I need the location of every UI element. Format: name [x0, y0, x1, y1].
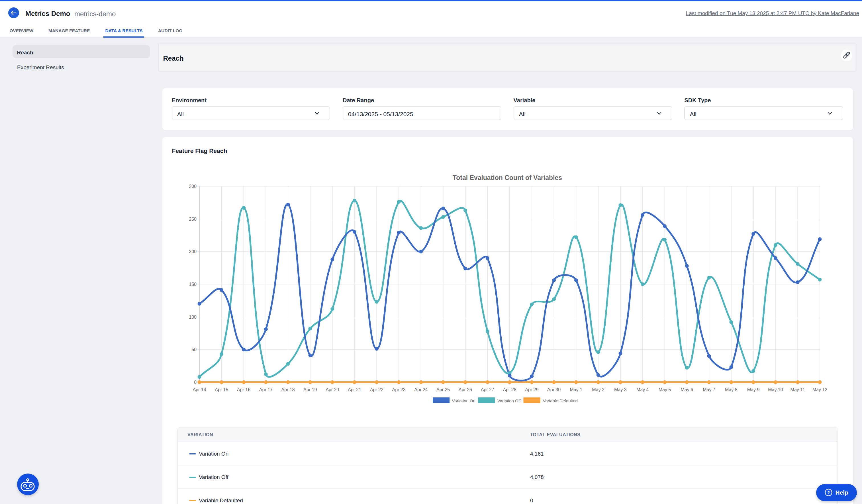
svg-text:200: 200: [189, 249, 197, 254]
svg-text:May 3: May 3: [614, 387, 627, 392]
svg-text:Apr 20: Apr 20: [326, 387, 339, 392]
svg-text:May 4: May 4: [636, 387, 649, 392]
svg-text:May 5: May 5: [658, 387, 671, 392]
svg-text:Apr 24: Apr 24: [414, 387, 428, 392]
svg-text:May 10: May 10: [768, 387, 783, 392]
svg-text:50: 50: [192, 347, 197, 352]
svg-text:May 1: May 1: [570, 387, 583, 392]
svg-text:Apr 27: Apr 27: [481, 387, 494, 392]
svg-text:150: 150: [189, 282, 197, 287]
svg-text:300: 300: [189, 184, 197, 189]
svg-text:Apr 25: Apr 25: [436, 387, 450, 392]
svg-text:Apr 18: Apr 18: [282, 387, 295, 392]
svg-text:May 11: May 11: [791, 387, 805, 392]
svg-text:Variable Defaulted: Variable Defaulted: [543, 398, 578, 403]
svg-text:Apr 19: Apr 19: [303, 387, 317, 392]
svg-text:Apr 30: Apr 30: [547, 387, 561, 392]
svg-text:Apr 23: Apr 23: [392, 387, 406, 392]
svg-text:100: 100: [189, 315, 197, 319]
svg-text:May 12: May 12: [812, 387, 827, 392]
svg-text:Variation On: Variation On: [452, 398, 475, 403]
svg-text:Apr 21: Apr 21: [348, 387, 361, 392]
svg-text:Apr 28: Apr 28: [503, 387, 516, 392]
svg-text:Total Evaluation Count of Vari: Total Evaluation Count of Variables: [453, 174, 562, 181]
svg-text:Variation Off: Variation Off: [497, 398, 521, 403]
svg-text:Apr 29: Apr 29: [525, 387, 538, 392]
svg-text:May 6: May 6: [681, 387, 693, 392]
svg-text:May 2: May 2: [592, 387, 604, 392]
svg-text:May 9: May 9: [747, 387, 760, 392]
svg-text:May 8: May 8: [725, 387, 737, 392]
svg-text:Apr 26: Apr 26: [459, 387, 472, 392]
svg-text:May 7: May 7: [703, 387, 715, 392]
svg-text:Apr 22: Apr 22: [370, 387, 383, 392]
svg-text:Apr 15: Apr 15: [215, 387, 228, 392]
svg-text:?: ?: [827, 490, 830, 495]
svg-text:0: 0: [194, 380, 197, 385]
svg-text:Apr 17: Apr 17: [259, 387, 273, 392]
svg-text:250: 250: [189, 217, 197, 222]
svg-text:Apr 16: Apr 16: [237, 387, 250, 392]
svg-text:Apr 14: Apr 14: [193, 387, 206, 392]
